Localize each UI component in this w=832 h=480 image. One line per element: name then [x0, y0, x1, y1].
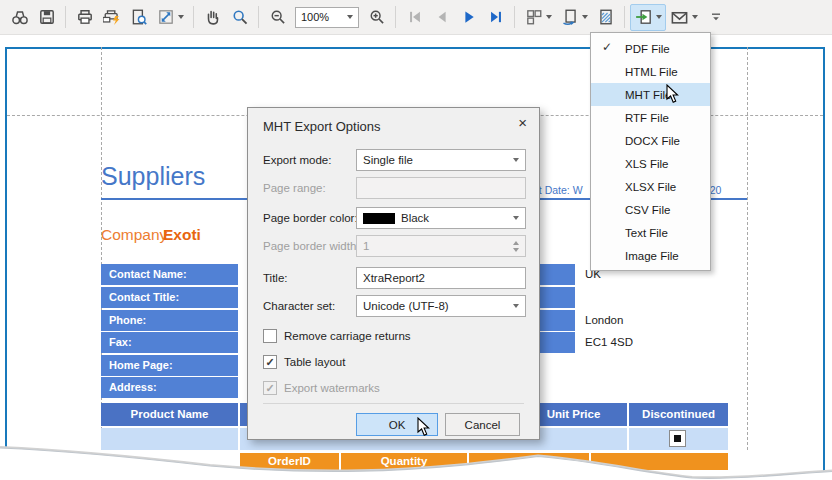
- border-width-label: Page border width:: [263, 235, 360, 257]
- page-border-right: [823, 47, 825, 472]
- company-value: Exoti: [163, 226, 247, 244]
- zoom-out-icon[interactable]: [264, 4, 291, 31]
- menu-item-label: DOCX File: [625, 135, 680, 147]
- zoom-in-icon[interactable]: [363, 4, 390, 31]
- hand-tool-icon[interactable]: [199, 4, 226, 31]
- menu-item-label: Text File: [625, 227, 668, 239]
- multi-page-view-icon[interactable]: [520, 4, 556, 31]
- checkbox-label: Export watermarks: [284, 382, 380, 394]
- label-cell-fragment: [537, 310, 575, 331]
- app-window: { "toolbar": { "zoom_value": "100%", "ic…: [0, 0, 832, 480]
- chevron-down-icon: [692, 15, 698, 19]
- menu-item-docx-file[interactable]: DOCX File: [591, 129, 710, 152]
- menu-item-label: RTF File: [625, 112, 669, 124]
- mouse-cursor-ok: [417, 417, 433, 437]
- menu-item-image-file[interactable]: Image File: [591, 244, 710, 267]
- toolbar-separator: [193, 6, 194, 28]
- postal-code-value: EC1 4SD: [585, 332, 633, 353]
- contact-label-cell: Address:: [101, 377, 238, 398]
- toolbar-separator: [514, 6, 515, 28]
- menu-item-mht-file[interactable]: MHT File: [591, 83, 710, 106]
- scale-icon[interactable]: [152, 4, 188, 31]
- page-range-input: [356, 177, 526, 199]
- title-label: Title:: [263, 267, 288, 289]
- menu-item-rtf-file[interactable]: RTF File: [591, 106, 710, 129]
- cancel-button[interactable]: Cancel: [445, 413, 520, 436]
- contact-label-cell: Contact Name:: [101, 264, 238, 285]
- charset-label: Character set:: [263, 295, 335, 317]
- contact-label-cell: Contact Title:: [101, 287, 238, 308]
- contact-label-cell: Fax:: [101, 332, 238, 353]
- chevron-down-icon: [513, 216, 519, 220]
- page-range-label: Page range:: [263, 177, 326, 199]
- menu-item-html-file[interactable]: HTML File: [591, 60, 710, 83]
- menu-item-label: Image File: [625, 250, 679, 262]
- zoom-level-combobox[interactable]: 100%: [295, 7, 359, 28]
- next-page-icon[interactable]: [455, 4, 482, 31]
- spin-down-icon: [513, 248, 519, 252]
- menu-item-pdf-file[interactable]: ✓PDF File: [591, 37, 710, 60]
- checkbox-box: ✓: [263, 355, 277, 369]
- contact-label-cell: Home Page:: [101, 355, 238, 376]
- close-icon[interactable]: ×: [518, 115, 527, 131]
- report-date-fragment: nt Date: W: [533, 184, 583, 196]
- menu-item-xls-file[interactable]: XLS File: [591, 152, 710, 175]
- remove-carriage-returns-checkbox[interactable]: Remove carriage returns: [263, 328, 411, 344]
- toolbar: 100%: [0, 0, 832, 35]
- label-cell-fragment: [537, 287, 575, 308]
- product-header-cell: Discontinued: [629, 403, 728, 426]
- export-document-icon[interactable]: [630, 4, 666, 31]
- contact-label-cell: Phone:: [101, 310, 238, 331]
- menu-item-label: XLSX File: [625, 181, 676, 193]
- previous-page-icon[interactable]: [428, 4, 455, 31]
- page-border-left: [5, 47, 7, 447]
- border-width-value: 1: [363, 240, 369, 252]
- charset-value: Unicode (UTF-8): [363, 300, 449, 312]
- company-label: Company: [101, 226, 167, 244]
- border-color-combobox[interactable]: Black: [356, 207, 526, 229]
- menu-item-label: MHT File: [625, 89, 671, 101]
- border-color-value: Black: [401, 212, 429, 224]
- zoom-level-value: 100%: [301, 11, 329, 23]
- check-icon: ✓: [602, 40, 612, 54]
- save-icon[interactable]: [33, 4, 60, 31]
- dialog-separator: [263, 403, 524, 404]
- label-cell-fragment: [537, 264, 575, 285]
- title-input[interactable]: XtraReport2: [356, 267, 526, 289]
- margin-guide-right: [747, 47, 748, 450]
- menu-item-xlsx-file[interactable]: XLSX File: [591, 175, 710, 198]
- watermark-icon[interactable]: [592, 4, 619, 31]
- last-page-icon[interactable]: [482, 4, 509, 31]
- chevron-down-icon: [513, 158, 519, 162]
- border-width-spinner: 1: [356, 235, 526, 257]
- quick-print-icon[interactable]: [98, 4, 125, 31]
- chevron-down-icon: [178, 15, 184, 19]
- checkbox-label: Remove carriage returns: [284, 330, 411, 342]
- customize-overflow-icon[interactable]: [702, 4, 729, 31]
- magnifier-icon[interactable]: [226, 4, 253, 31]
- checkbox-label: Table layout: [284, 356, 345, 368]
- menu-item-text-file[interactable]: Text File: [591, 221, 710, 244]
- page-setup-icon[interactable]: [556, 4, 592, 31]
- find-icon[interactable]: [6, 4, 33, 31]
- product-header-cell-fragment: [240, 403, 247, 426]
- page-curl-wave: [0, 440, 832, 480]
- export-format-menu: ✓PDF File HTML File MHT File RTF File DO…: [590, 32, 711, 271]
- print-preview-icon[interactable]: [125, 4, 152, 31]
- menu-item-label: CSV File: [625, 204, 670, 216]
- title-value: XtraReport2: [363, 272, 425, 284]
- mht-export-options-dialog: MHT Export Options × Export mode: Single…: [247, 107, 540, 440]
- export-mode-value: Single file: [363, 154, 413, 166]
- border-color-label: Page border color:: [263, 207, 358, 229]
- color-swatch-black: [363, 213, 395, 224]
- print-icon[interactable]: [71, 4, 98, 31]
- table-layout-checkbox[interactable]: ✓ Table layout: [263, 354, 345, 370]
- export-mode-combobox[interactable]: Single file: [356, 149, 526, 171]
- toolbar-separator: [624, 6, 625, 28]
- checkbox-box: ✓: [263, 381, 277, 395]
- charset-combobox[interactable]: Unicode (UTF-8): [356, 295, 526, 317]
- toolbar-separator: [395, 6, 396, 28]
- send-email-icon[interactable]: [666, 4, 702, 31]
- menu-item-csv-file[interactable]: CSV File: [591, 198, 710, 221]
- first-page-icon[interactable]: [401, 4, 428, 31]
